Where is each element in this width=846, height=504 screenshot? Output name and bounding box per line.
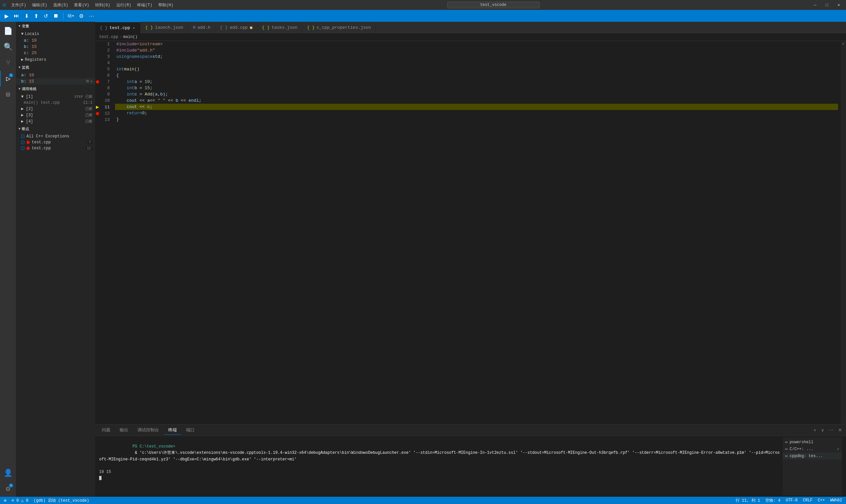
status-debug-info[interactable]: (gdb) 启动 (test_vscode): [32, 498, 91, 503]
status-line-ending[interactable]: CRLF: [802, 498, 814, 503]
minimize-button[interactable]: —: [811, 1, 820, 9]
line-5-wrapper: 5: [95, 66, 112, 72]
frame-main-fn: main(): [24, 101, 38, 105]
watch-copy-icon[interactable]: ⧉: [86, 79, 89, 84]
breakpoints-section: ▼ 断点 ✓ All C++ Exceptions ✓ test.cpp 7: [16, 125, 95, 151]
panel-tab-ports[interactable]: 端口: [182, 426, 199, 434]
bp-all-cpp-exceptions[interactable]: ✓ All C++ Exceptions: [16, 133, 95, 139]
menu-file[interactable]: 文件(F): [8, 2, 29, 8]
status-encoding[interactable]: UTF-8: [785, 498, 799, 503]
call-stack-header[interactable]: ▼ 调用堆栈: [16, 85, 95, 93]
bp-all-exceptions-checkbox[interactable]: ✓: [21, 135, 24, 138]
status-line-col[interactable]: 行 11, 列 1: [734, 498, 761, 503]
call-stack-thread-2[interactable]: ▶ [2] 已断: [16, 106, 95, 112]
terminal-tab-cppdbg[interactable]: ▭ cppdbg: tes...: [782, 452, 842, 460]
status-spaces[interactable]: 空格: 4: [764, 498, 782, 503]
bp-test12-checkbox[interactable]: ✓: [21, 147, 24, 150]
panel-tab-output[interactable]: 输出: [116, 426, 132, 434]
breadcrumb-file[interactable]: test.cpp: [99, 35, 118, 39]
call-stack-thread-4[interactable]: ▶ [4] 已断: [16, 118, 95, 125]
stop-button[interactable]: ⏹: [51, 12, 60, 20]
settings-badge: 1: [9, 484, 13, 487]
bp-test-cpp-12[interactable]: ✓ test.cpp 12: [16, 145, 95, 151]
activity-account[interactable]: 👤: [0, 465, 16, 481]
status-feedback[interactable]: WWh82: [829, 498, 843, 503]
tab-tasks-json[interactable]: { } tasks.json: [258, 22, 302, 33]
status-errors[interactable]: ⊘ 0 △ 0: [10, 498, 30, 503]
status-remote-icon[interactable]: ⚙: [3, 498, 7, 503]
step-into-button[interactable]: ⬇: [22, 12, 31, 20]
panel-close-button[interactable]: ✕: [837, 427, 843, 433]
menu-edit[interactable]: 编辑(E): [30, 2, 50, 8]
terminal-command: & 'c:\Users\许世来\.vscode\extensions\ms-vs…: [99, 450, 780, 462]
watch-remove-icon[interactable]: ✕: [90, 79, 92, 84]
var-c-name: c: [24, 51, 27, 55]
line-8-num: 8: [100, 86, 112, 90]
titlebar-center: test_vscode: [447, 2, 540, 8]
more-button[interactable]: ⋯: [87, 12, 96, 20]
tab-test-cpp-close[interactable]: ✕: [132, 25, 136, 30]
breadcrumb-symbol[interactable]: main(): [123, 35, 138, 39]
line-2-num: 2: [100, 48, 112, 53]
code-content[interactable]: #include<iostream> #include"add.h" using…: [112, 41, 838, 424]
panel-tab-problems[interactable]: 问题: [98, 426, 114, 434]
line-1-wrapper: 1: [95, 41, 112, 47]
config-button[interactable]: ⚙: [77, 12, 86, 20]
step-out-button[interactable]: ⬆: [32, 12, 40, 20]
restart-button[interactable]: ↺: [42, 12, 50, 20]
tab-test-cpp[interactable]: { } test.cpp ✕: [95, 22, 140, 33]
panel-expand-button[interactable]: ∨: [819, 427, 826, 433]
call-stack-thread-3[interactable]: ▶ [3] 已断: [16, 112, 95, 118]
line-5-num: 5: [100, 67, 112, 72]
activity-explorer[interactable]: 📄: [0, 23, 16, 39]
terminal-main[interactable]: PS C:\test_vscode> & 'c:\Users\许世来\.vsco…: [99, 437, 780, 496]
watch-b[interactable]: b: 15 ⧉ ✕: [16, 78, 95, 85]
bp-test7-checkbox[interactable]: ✓: [21, 141, 24, 144]
menu-help[interactable]: 帮助(H): [156, 2, 176, 8]
call-stack-frame-main[interactable]: main() test.cpp 11:1: [16, 100, 95, 106]
panel-add-button[interactable]: +: [812, 427, 817, 433]
tab-add-h[interactable]: H add.h: [188, 22, 215, 33]
bp-test-cpp-7[interactable]: ✓ test.cpp 7: [16, 139, 95, 145]
titlebar-right: — □ ✕: [811, 1, 843, 9]
thread-4-id: [4]: [23, 119, 33, 124]
code-line-6: {: [115, 72, 838, 78]
step-over-button[interactable]: ⏭: [12, 12, 21, 20]
call-stack-thread-1[interactable]: ▼ [1] STEP 已断: [16, 93, 95, 100]
panel-tab-debug-console[interactable]: 调试控制台: [134, 426, 163, 434]
activity-source-control[interactable]: ⑂: [0, 55, 16, 71]
variables-header[interactable]: ▼ 变量: [16, 22, 95, 31]
status-bar: ⚙ ⊘ 0 △ 0 (gdb) 启动 (test_vscode) 行 11, 列…: [0, 497, 846, 504]
panel-more-button[interactable]: ⋯: [828, 427, 835, 433]
panel-tab-terminal[interactable]: 终端: [164, 426, 181, 435]
bp-test7-linenum: 7: [87, 141, 92, 144]
code-line-1: #include<iostream>: [115, 41, 838, 47]
terminal-sidebar: ▭ powershell ▭ C/C++: ... ✓ ▭ cppdbg: te…: [782, 437, 842, 496]
terminal-tab-powershell[interactable]: ▭ powershell: [782, 438, 842, 446]
menu-view[interactable]: 查看(V): [71, 2, 92, 8]
locals-header[interactable]: ▼ Locals: [16, 31, 95, 37]
tab-cpp-properties[interactable]: { } c_cpp_properties.json: [302, 22, 376, 33]
registers-item[interactable]: ▶ Registers: [16, 56, 95, 63]
tab-add-cpp[interactable]: { } add.cpp: [215, 22, 258, 33]
run-config-label: 动▾: [66, 13, 76, 19]
search-box[interactable]: test_vscode: [447, 2, 540, 8]
breakpoints-header[interactable]: ▼ 断点: [16, 125, 95, 133]
watch-header[interactable]: ▼ 监视: [16, 63, 95, 72]
tab-launch-json[interactable]: { } launch.json: [140, 22, 188, 33]
activity-search[interactable]: 🔍: [0, 39, 16, 55]
terminal-tab-cpp[interactable]: ▭ C/C++: ... ✓: [782, 446, 842, 452]
menu-run[interactable]: 运行(R): [114, 2, 134, 8]
menu-select[interactable]: 选择(S): [51, 2, 71, 8]
status-language[interactable]: C++: [816, 498, 826, 503]
activity-settings[interactable]: ⚙ 1: [0, 481, 16, 497]
maximize-button[interactable]: □: [822, 1, 831, 9]
close-button[interactable]: ✕: [834, 1, 843, 9]
menu-goto[interactable]: 转到(G): [92, 2, 113, 8]
activity-extensions[interactable]: ⊞: [0, 87, 16, 102]
line-9-wrapper: 9: [95, 91, 112, 97]
continue-button[interactable]: ▶: [3, 12, 11, 20]
menu-terminal[interactable]: 终端(T): [135, 2, 155, 8]
activity-debug[interactable]: ▷ 1: [0, 71, 16, 87]
line-4-num: 4: [100, 60, 112, 66]
